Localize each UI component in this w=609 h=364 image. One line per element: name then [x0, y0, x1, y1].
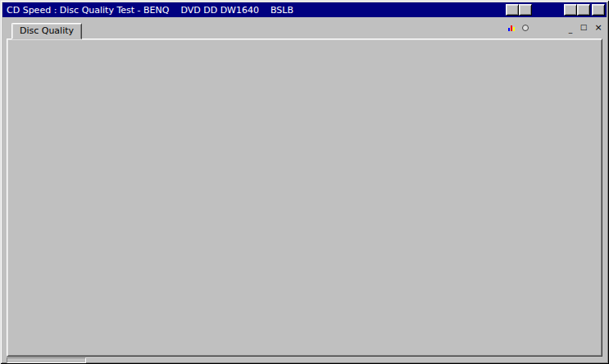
status-bar-section: [7, 357, 86, 363]
titlebar-graph-icon-button[interactable]: [506, 4, 519, 16]
close-button[interactable]: ×: [592, 4, 605, 16]
tab-page: [7, 39, 602, 357]
tab-label: Disc Quality: [20, 25, 74, 36]
mini-chart-icon: [508, 25, 516, 31]
window-title: CD Speed : Disc Quality Test - BENQ DVD …: [7, 5, 293, 16]
maximize-icon: □: [578, 23, 589, 32]
minimize-button[interactable]: _: [564, 4, 577, 16]
app-window: CD Speed : Disc Quality Test - BENQ DVD …: [0, 0, 609, 364]
tab-disc-quality[interactable]: Disc Quality: [11, 23, 82, 39]
close-icon: ×: [593, 23, 604, 32]
minimize-icon: _: [565, 23, 576, 36]
disc-icon: [522, 25, 529, 31]
maximize-button[interactable]: □: [577, 4, 590, 16]
titlebar-disc-icon-button[interactable]: [519, 4, 532, 16]
title-bar[interactable]: CD Speed : Disc Quality Test - BENQ DVD …: [2, 2, 607, 17]
